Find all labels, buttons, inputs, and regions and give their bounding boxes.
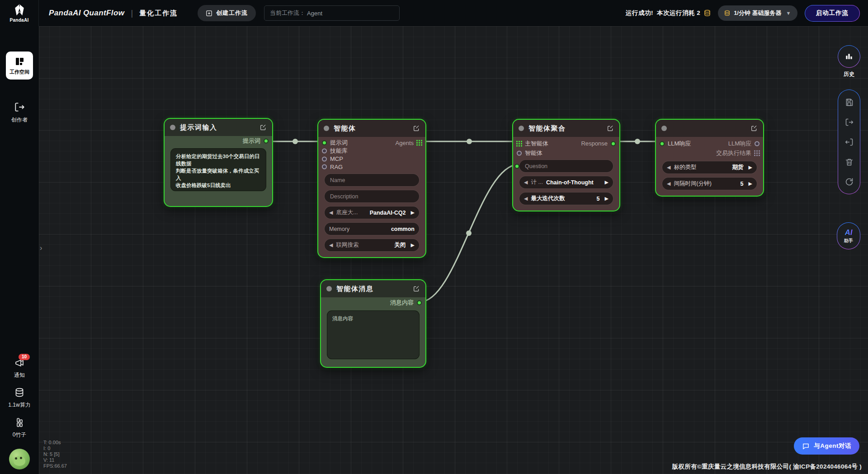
trash-icon bbox=[844, 157, 854, 167]
input-port[interactable] bbox=[322, 156, 327, 161]
chat-with-agent-button[interactable]: 与Agent对话 bbox=[794, 437, 859, 455]
export-button[interactable] bbox=[844, 117, 854, 127]
input-port[interactable] bbox=[322, 141, 327, 145]
edge-message-to-aggregate[interactable] bbox=[420, 164, 519, 302]
server-selector[interactable]: 1/分钟 基础服务器 ▼ bbox=[718, 5, 797, 21]
edge-midpoint-dot[interactable] bbox=[292, 139, 298, 144]
next-option-arrow[interactable]: ▶ bbox=[605, 180, 609, 185]
output-port[interactable] bbox=[755, 141, 760, 146]
node-header[interactable] bbox=[656, 120, 763, 137]
ai-assistant-button[interactable]: AI 助手 bbox=[837, 222, 860, 249]
node-llm-response[interactable]: LLM响应 LLM响应 交易执行结果 ◀ 标的类型 期货 ▶ ◀ 间隔时间(分钟… bbox=[655, 119, 764, 197]
coin-icon bbox=[704, 9, 711, 17]
prev-option-arrow[interactable]: ◀ bbox=[667, 181, 670, 186]
prev-option-arrow[interactable]: ◀ bbox=[329, 210, 333, 215]
refresh-icon bbox=[844, 177, 854, 187]
input-port[interactable] bbox=[322, 164, 327, 169]
node-agent-message[interactable]: 智能体消息 消息内容 bbox=[320, 279, 426, 368]
next-option-arrow[interactable]: ▶ bbox=[411, 243, 415, 248]
memory-field[interactable]: Memory common bbox=[324, 222, 420, 235]
node-status-dot bbox=[170, 125, 175, 130]
edge-midpoint-dot[interactable] bbox=[466, 230, 472, 236]
prev-option-arrow[interactable]: ◀ bbox=[524, 196, 528, 201]
app-logo[interactable]: PandaAI bbox=[0, 0, 39, 26]
output-port[interactable] bbox=[264, 139, 269, 144]
node-header[interactable]: 智能体聚合 bbox=[513, 120, 619, 137]
base-model-value: PandaAI-CQ2 bbox=[370, 210, 406, 216]
description-input[interactable] bbox=[329, 193, 415, 200]
base-model-selector[interactable]: ◀ 底座大... PandaAI-CQ2 ▶ bbox=[324, 206, 420, 219]
next-option-arrow[interactable]: ▶ bbox=[749, 181, 752, 186]
stat-fps: FPS:66.67 bbox=[43, 463, 67, 469]
message-textarea[interactable] bbox=[327, 310, 420, 359]
description-field[interactable] bbox=[324, 190, 420, 203]
port-row: LLM响应 LLM响应 bbox=[656, 139, 763, 149]
input-port[interactable] bbox=[322, 149, 327, 154]
node-agent[interactable]: 智能体 提示词 Agents 技能库 MCP RAG bbox=[317, 119, 426, 258]
web-search-selector[interactable]: ◀ 联网搜索 关闭 ▶ bbox=[324, 239, 420, 252]
interval-label: 间隔时间(分钟) bbox=[674, 180, 711, 188]
plus-square-icon bbox=[206, 10, 212, 17]
edge-midpoint-dot[interactable] bbox=[635, 139, 640, 144]
interval-selector[interactable]: ◀ 间隔时间(分钟) 5 ▶ bbox=[662, 177, 757, 190]
multi-output-port[interactable] bbox=[754, 150, 760, 156]
sidebar-item-creator[interactable]: 创作者 bbox=[11, 101, 28, 124]
node-header[interactable]: 智能体消息 bbox=[321, 280, 425, 297]
import-button[interactable] bbox=[844, 137, 854, 147]
panel-expand-handle[interactable]: › bbox=[40, 244, 42, 252]
edit-icon[interactable] bbox=[413, 285, 420, 292]
sidebar-item-bamboo[interactable]: 0竹子 bbox=[13, 417, 27, 439]
sidebar-item-notifications[interactable]: 10 通知 bbox=[14, 357, 25, 379]
prompt-textarea[interactable]: 分析给定的期货过去30个交易日的日线数据 判断是否放量突破箱体，条件成立买入 收… bbox=[170, 148, 266, 191]
sidebar-item-workspace[interactable]: 工作空间 bbox=[6, 52, 33, 80]
node-header[interactable]: 智能体 bbox=[318, 120, 425, 137]
create-workflow-button[interactable]: 创建工作流 bbox=[198, 5, 256, 21]
next-option-arrow[interactable]: ▶ bbox=[411, 210, 415, 215]
max-iterations-selector[interactable]: ◀ 最大迭代次数 5 ▶ bbox=[519, 192, 613, 205]
sidebar-item-compute[interactable]: 1.1w算力 bbox=[8, 387, 30, 409]
edit-icon[interactable] bbox=[750, 125, 758, 132]
question-field[interactable] bbox=[519, 160, 613, 173]
output-port-label: 交易执行结果 bbox=[716, 149, 751, 157]
target-type-selector[interactable]: ◀ 标的类型 期货 ▶ bbox=[662, 161, 757, 174]
output-port[interactable] bbox=[417, 300, 422, 305]
coin-icon bbox=[724, 10, 730, 16]
port-row: 主智能体 Response bbox=[513, 139, 619, 148]
start-workflow-label: 启动工作流 bbox=[816, 9, 849, 16]
name-input[interactable] bbox=[329, 177, 415, 184]
port-row: 智能体 bbox=[513, 148, 619, 158]
edit-icon[interactable] bbox=[413, 125, 420, 132]
output-port[interactable] bbox=[611, 141, 616, 146]
prev-option-arrow[interactable]: ◀ bbox=[667, 165, 670, 170]
node-agent-aggregate[interactable]: 智能体聚合 主智能体 Response 智能体 ◀ bbox=[512, 119, 620, 211]
mode-selector[interactable]: ◀ 计 ... Chain-of-Thought ▶ bbox=[519, 176, 613, 189]
history-button[interactable] bbox=[838, 45, 860, 68]
user-avatar[interactable] bbox=[9, 449, 30, 469]
name-field[interactable] bbox=[324, 174, 420, 187]
prev-option-arrow[interactable]: ◀ bbox=[524, 180, 528, 185]
next-option-arrow[interactable]: ▶ bbox=[605, 196, 609, 201]
edit-icon[interactable] bbox=[607, 125, 614, 132]
workflow-canvas[interactable]: › 提示词输入 提示词 分析给定的期货过去30个交易日的日线数据 判断是否 bbox=[39, 26, 868, 474]
history-label: 历史 bbox=[844, 70, 854, 78]
save-button[interactable] bbox=[844, 97, 854, 107]
edit-icon[interactable] bbox=[259, 124, 267, 131]
multi-input-port[interactable] bbox=[516, 141, 522, 146]
refresh-button[interactable] bbox=[844, 177, 854, 187]
delete-button[interactable] bbox=[844, 157, 854, 167]
input-port-label: 主智能体 bbox=[525, 140, 548, 148]
edge-midpoint-dot[interactable] bbox=[467, 139, 472, 144]
next-option-arrow[interactable]: ▶ bbox=[749, 165, 752, 170]
question-input[interactable] bbox=[524, 163, 609, 170]
node-header[interactable]: 提示词输入 bbox=[165, 119, 272, 136]
input-port[interactable] bbox=[660, 141, 665, 146]
start-workflow-button[interactable]: 启动工作流 bbox=[805, 5, 860, 22]
output-port-label: Agents bbox=[396, 140, 414, 146]
input-port[interactable] bbox=[517, 150, 522, 155]
run-status: 运行成功! 本次运行消耗 2 bbox=[626, 9, 711, 17]
question-input-port[interactable] bbox=[514, 164, 519, 169]
current-workflow-input[interactable]: 当前工作流： Agent bbox=[264, 5, 400, 21]
multi-output-port[interactable] bbox=[416, 140, 422, 146]
prev-option-arrow[interactable]: ◀ bbox=[329, 243, 333, 248]
node-prompt-input[interactable]: 提示词输入 提示词 分析给定的期货过去30个交易日的日线数据 判断是否放量突破箱… bbox=[164, 118, 273, 207]
